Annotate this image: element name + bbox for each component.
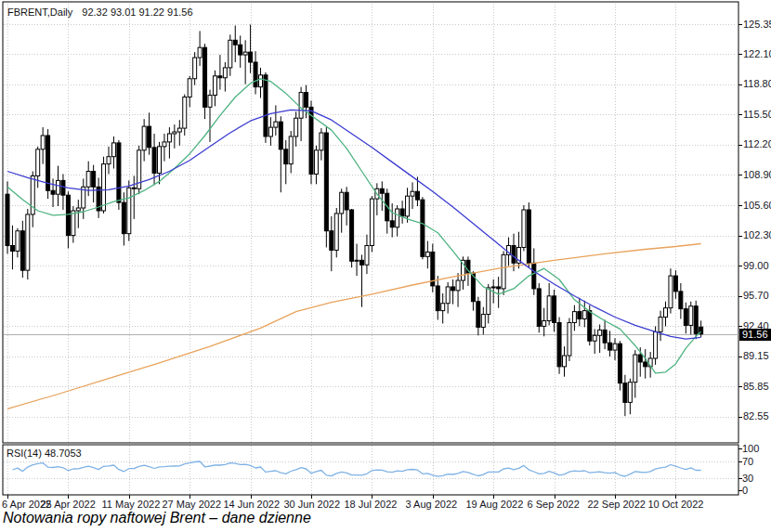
- price-axis-label: 118.80: [743, 78, 771, 89]
- candle-body: [152, 148, 156, 174]
- candle-body: [167, 134, 171, 142]
- candle-body: [122, 202, 125, 234]
- candle-body: [107, 157, 111, 164]
- candle-body: [557, 322, 561, 366]
- candle-body: [299, 93, 303, 119]
- candle-body: [497, 287, 501, 289]
- candle-body: [436, 286, 439, 311]
- candle-body: [213, 76, 216, 96]
- candle-body: [173, 132, 176, 134]
- candle-body: [57, 180, 60, 194]
- candle-body: [628, 383, 632, 403]
- candle-body: [456, 280, 460, 291]
- candle-body: [284, 149, 288, 164]
- candle-body: [203, 47, 207, 107]
- candle-body: [380, 188, 384, 193]
- candle-body: [421, 200, 425, 256]
- time-axis-label: 19 Aug 2022: [466, 499, 524, 510]
- rsi-axis-label: 30: [742, 473, 753, 484]
- candle-body: [6, 194, 9, 245]
- rsi-indicator-label: RSI(14) 48.7053: [7, 448, 82, 459]
- candle-body: [542, 320, 546, 326]
- candle-body: [268, 127, 272, 136]
- candle-body: [345, 192, 348, 210]
- time-axis-label: 18 Jul 2022: [345, 499, 398, 510]
- candle-body: [86, 172, 90, 188]
- candle-body: [41, 136, 45, 149]
- price-axis-label: 108.90: [743, 169, 771, 180]
- candle-down: [557, 318, 561, 374]
- candle-down: [421, 197, 425, 259]
- time-axis-label: 6 Sep 2022: [528, 499, 580, 510]
- rsi-axis-label: 100: [742, 443, 759, 454]
- candle-down: [618, 341, 621, 390]
- candle-body: [415, 191, 419, 200]
- price-axis-label: 89.15: [743, 350, 771, 361]
- candle-body: [66, 195, 70, 235]
- candle-body: [320, 133, 323, 150]
- candle-body: [603, 330, 607, 343]
- candle-body: [644, 362, 647, 367]
- candle-body: [425, 252, 429, 256]
- candle-body: [527, 210, 530, 263]
- candle-up: [370, 196, 373, 252]
- candle-down: [537, 283, 541, 332]
- candle-body: [370, 199, 373, 245]
- candle-up: [137, 146, 141, 194]
- chart-caption: Notowania ropy naftowej Brent – dane dzi…: [3, 510, 311, 526]
- candle-body: [638, 355, 642, 362]
- candle-body: [355, 260, 359, 261]
- candle-body: [451, 287, 455, 291]
- candle-body: [142, 126, 146, 150]
- candle-body: [582, 311, 586, 319]
- candle-body: [406, 196, 410, 216]
- rsi-axis-label: 70: [742, 456, 753, 467]
- candle-body: [36, 149, 40, 176]
- price-axis-label: 82.55: [743, 410, 771, 422]
- candle-body: [654, 331, 658, 358]
- time-axis-label: 25 Apr 2022: [41, 499, 96, 510]
- price-axis-label: 105.60: [743, 200, 771, 211]
- candle-body: [279, 122, 282, 149]
- candle-body: [102, 164, 106, 211]
- candle-body: [360, 260, 364, 265]
- candle-body: [229, 40, 232, 68]
- candle-up: [522, 205, 526, 251]
- candle-body: [132, 188, 136, 188]
- candle-body: [274, 122, 278, 127]
- candle-body: [177, 128, 181, 132]
- candle-body: [396, 209, 399, 227]
- time-axis-label: 11 May 2022: [102, 499, 161, 510]
- candle-down: [309, 100, 313, 184]
- candle-up: [26, 209, 30, 279]
- candle-body: [673, 276, 677, 292]
- time-axis-label: 22 Sep 2022: [588, 499, 646, 510]
- candle-body: [72, 211, 75, 236]
- candle-body: [491, 287, 495, 288]
- price-axis-label: 125.35: [743, 19, 771, 30]
- candle-up: [127, 180, 131, 240]
- rsi-axis-label: 0: [742, 485, 748, 496]
- candle-body: [390, 221, 394, 227]
- candle-body: [446, 287, 450, 304]
- candle-body: [330, 231, 333, 251]
- ohlc-values: 92.32 93.01 91.22 91.56: [82, 6, 192, 18]
- candle-body: [76, 208, 80, 211]
- candle-body: [305, 93, 308, 108]
- candle-body: [613, 344, 617, 350]
- chart-canvas[interactable]: [0, 0, 771, 532]
- candle-body: [411, 191, 414, 196]
- candle-body: [158, 147, 162, 174]
- candle-body: [218, 76, 222, 78]
- candle-body: [294, 118, 298, 136]
- candle-body: [588, 311, 592, 342]
- candle-body: [365, 246, 369, 266]
- candle-body: [163, 142, 166, 147]
- time-axis-label: 30 Jun 2022: [284, 499, 341, 510]
- candle-body: [689, 306, 693, 326]
- candle-body: [223, 68, 227, 78]
- candle-body: [243, 52, 247, 55]
- price-axis-label: 122.10: [743, 48, 771, 59]
- candle-down: [324, 127, 328, 247]
- time-axis-label: 27 May 2022: [163, 499, 222, 510]
